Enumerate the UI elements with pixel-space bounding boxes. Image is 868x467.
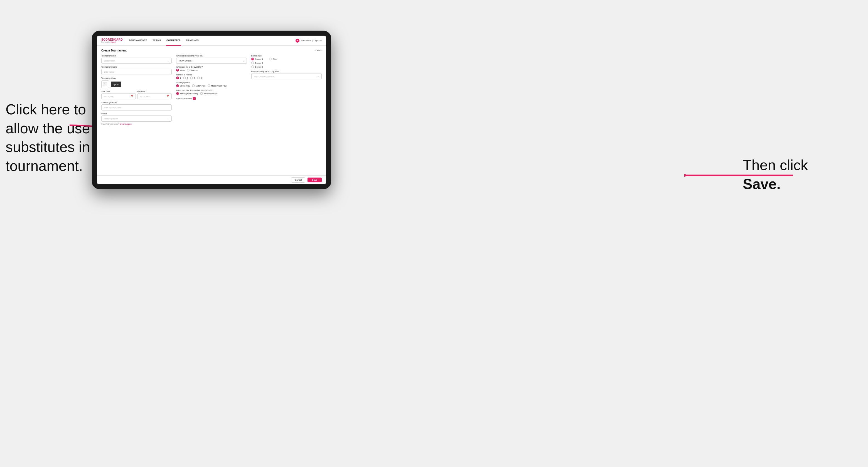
format-6count4[interactable]: 6 count 4 bbox=[251, 62, 322, 64]
scoring-api-label: Use third-party live scoring API? bbox=[251, 70, 322, 72]
nav-right: B blair admin | Sign out bbox=[296, 39, 322, 42]
upload-button[interactable]: Upload bbox=[111, 82, 121, 87]
event-type-radio-group: Teams (+Individuals) Individuals Only bbox=[176, 92, 247, 95]
gender-group: Which gender is the event for? Mens Wome… bbox=[176, 66, 247, 71]
save-button[interactable]: Save bbox=[308, 178, 322, 182]
calendar-icon: 📅 bbox=[131, 95, 133, 97]
user-name: blair admin bbox=[301, 39, 311, 41]
event-type-teams-radio[interactable] bbox=[176, 92, 179, 95]
event-type-teams[interactable]: Teams (+Individuals) bbox=[176, 92, 197, 95]
scoring-api-select[interactable]: Select a scoring service ⌄ bbox=[251, 73, 322, 79]
nav-item-tournaments[interactable]: TOURNAMENTS bbox=[128, 36, 148, 45]
scoring-match-radio[interactable] bbox=[192, 84, 195, 87]
allow-substitutes-checkbox[interactable]: ✓ bbox=[193, 97, 196, 100]
gender-womens-radio[interactable] bbox=[187, 69, 189, 71]
scoring-medal[interactable]: Medal Match Play bbox=[208, 84, 227, 87]
scoring-label: Scoring system bbox=[176, 82, 247, 84]
event-type-individuals-radio[interactable] bbox=[200, 92, 203, 95]
venue-hint: Can't find your venue? email support bbox=[101, 123, 172, 125]
format-other-radio[interactable] bbox=[269, 58, 272, 60]
format-5count4-radio[interactable] bbox=[251, 58, 254, 60]
round-2[interactable]: 2 bbox=[183, 76, 188, 79]
user-avatar: B bbox=[296, 39, 300, 42]
format-5count4[interactable]: 5 count 4 bbox=[251, 58, 263, 60]
page-header: Create Tournament < Back bbox=[101, 49, 322, 52]
round-1[interactable]: 1 bbox=[176, 76, 181, 79]
event-type-label: Is this event for Teams and/or Individua… bbox=[176, 89, 247, 91]
tournament-logo-label: Tournament logo bbox=[101, 77, 172, 79]
nav-item-rankings[interactable]: RANKINGS bbox=[186, 36, 199, 45]
end-date-input[interactable]: Pick a date 📅 bbox=[137, 93, 172, 99]
tournament-name-input[interactable]: Enter name bbox=[101, 69, 172, 75]
gender-womens[interactable]: Womens bbox=[187, 69, 198, 71]
allow-substitutes-group: Allow substitutes? ✓ bbox=[176, 97, 247, 100]
gender-label: Which gender is the event for? bbox=[176, 66, 247, 68]
division-label: Which division is the event for? bbox=[176, 55, 247, 57]
logo-area: SCOREBOARD Powered by clippd bbox=[101, 38, 123, 43]
nav-pipe: | bbox=[312, 39, 313, 41]
format-6count5[interactable]: 6 count 5 bbox=[251, 65, 322, 68]
annotation-right: Then click Save. bbox=[743, 156, 860, 193]
start-date-input[interactable]: Pick a date 📅 bbox=[101, 93, 136, 99]
gender-mens[interactable]: Mens bbox=[176, 69, 185, 71]
start-date-group: Start date Pick a date 📅 bbox=[101, 90, 136, 99]
scoring-stroke[interactable]: Stroke Play bbox=[176, 84, 190, 87]
allow-substitutes-checkbox-row: Allow substitutes? ✓ bbox=[176, 97, 247, 100]
calendar-end-icon: 📅 bbox=[167, 95, 169, 97]
format-type-label: Format type bbox=[251, 55, 322, 57]
form-footer: Cancel Save bbox=[97, 175, 326, 184]
round-3[interactable]: 3 bbox=[190, 76, 195, 79]
round-3-radio[interactable] bbox=[190, 76, 193, 79]
scoring-match[interactable]: Match Play bbox=[192, 84, 206, 87]
gender-radio-group: Mens Womens bbox=[176, 69, 247, 71]
tablet-device: SCOREBOARD Powered by clippd TOURNAMENTS… bbox=[92, 31, 331, 189]
date-row: Start date Pick a date 📅 End date Pick a… bbox=[101, 90, 172, 99]
scoring-stroke-radio[interactable] bbox=[176, 84, 179, 87]
scoring-radio-group: Stroke Play Match Play Medal Match Play bbox=[176, 84, 247, 87]
event-type-individuals[interactable]: Individuals Only bbox=[200, 92, 217, 95]
division-group: Which division is the event for? NCAA Di… bbox=[176, 55, 247, 64]
format-6count4-radio[interactable] bbox=[251, 62, 254, 64]
tournament-name-placeholder: Enter name bbox=[104, 71, 114, 73]
venue-label: Venue bbox=[101, 113, 172, 115]
tournament-host-select[interactable]: Search team ⌄ bbox=[101, 58, 172, 64]
sponsor-input[interactable]: Enter sponsor name bbox=[101, 104, 172, 111]
tournament-host-placeholder: Search team bbox=[104, 60, 115, 62]
format-other[interactable]: Other bbox=[269, 58, 277, 60]
round-2-radio[interactable] bbox=[183, 76, 186, 79]
nav-item-teams[interactable]: TEAMS bbox=[152, 36, 162, 45]
logo-scoreboard: SCOREBOARD bbox=[101, 38, 123, 41]
scoring-api-chevron-icon: ⌄ bbox=[317, 75, 319, 77]
form-col-2: Which division is the event for? NCAA Di… bbox=[176, 55, 247, 125]
nav-items: TOURNAMENTS TEAMS COMMITTEE RANKINGS bbox=[128, 36, 296, 45]
tablet-screen: SCOREBOARD Powered by clippd TOURNAMENTS… bbox=[97, 36, 326, 184]
division-chevron-icon: ⌄ bbox=[242, 60, 244, 62]
gender-mens-radio[interactable] bbox=[176, 69, 179, 71]
back-button[interactable]: < Back bbox=[315, 49, 322, 52]
round-1-radio[interactable] bbox=[176, 76, 179, 79]
navbar: SCOREBOARD Powered by clippd TOURNAMENTS… bbox=[97, 36, 326, 45]
sign-out-link[interactable]: Sign out bbox=[314, 39, 322, 41]
tournament-name-label: Tournament name bbox=[101, 66, 172, 68]
round-4-radio[interactable] bbox=[197, 76, 200, 79]
logo-placeholder-icon bbox=[101, 81, 109, 88]
scoring-medal-radio[interactable] bbox=[208, 84, 210, 87]
start-date-label: Start date bbox=[101, 90, 136, 92]
cancel-button[interactable]: Cancel bbox=[291, 177, 305, 183]
tournament-name-group: Tournament name Enter name bbox=[101, 66, 172, 75]
svg-rect-2 bbox=[103, 82, 107, 86]
format-6count5-radio[interactable] bbox=[251, 65, 254, 68]
end-date-group: End date Pick a date 📅 bbox=[137, 90, 172, 99]
nav-item-committee[interactable]: COMMITTEE bbox=[166, 36, 181, 45]
scoring-group: Scoring system Stroke Play Match Play bbox=[176, 82, 247, 87]
round-4[interactable]: 4 bbox=[197, 76, 202, 79]
venue-select[interactable]: Search golf club ⌄ bbox=[101, 116, 172, 122]
venue-chevron-icon: ⌄ bbox=[167, 118, 169, 120]
sponsor-label: Sponsor (optional) bbox=[101, 101, 172, 103]
format-row-1: 5 count 4 Other bbox=[251, 58, 322, 60]
division-select[interactable]: NCAA Division I ⌄ bbox=[176, 58, 247, 64]
allow-substitutes-label: Allow substitutes? bbox=[176, 98, 192, 100]
logo-upload-area: Upload bbox=[101, 81, 172, 88]
email-support-link[interactable]: email support bbox=[120, 123, 132, 125]
tournament-logo-group: Tournament logo Upload bbox=[101, 77, 172, 88]
